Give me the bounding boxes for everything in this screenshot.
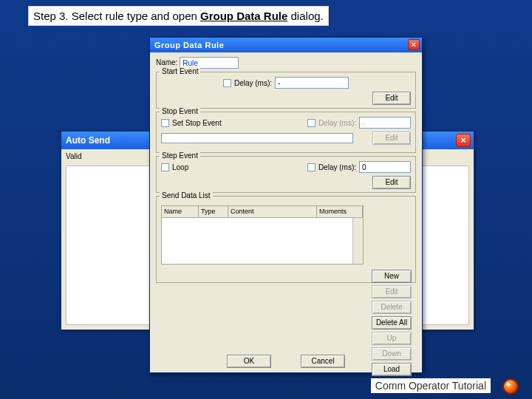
stop-edit-button: Edit (372, 132, 411, 145)
stop-delay-label: Delay (ms): (318, 119, 356, 127)
edit-button: Edit (372, 285, 412, 299)
start-edit-button[interactable]: Edit (372, 92, 411, 105)
step-delay-label: Delay (ms): (318, 163, 356, 171)
table-header: Name Type Content Moments (162, 206, 363, 218)
step-delay-checkbox[interactable] (307, 163, 316, 171)
step-event-title: Step Event (160, 151, 200, 160)
delete-all-button[interactable]: Delete All (372, 316, 412, 330)
stop-event-input[interactable] (161, 133, 353, 143)
up-button: Up (372, 332, 412, 345)
scrollbar[interactable] (352, 218, 363, 264)
step-event-group: Step Event Loop Delay (ms): 0 Edit (156, 156, 416, 193)
step-delay-input[interactable]: 0 (359, 161, 411, 173)
logo-icon (502, 378, 519, 395)
close-icon[interactable]: × (456, 134, 471, 147)
col-name[interactable]: Name (162, 206, 199, 217)
name-label: Name: (156, 58, 177, 66)
step-caption: Step 3. Select rule type and open Group … (28, 6, 329, 26)
footer: Comm Operator Tutorial (371, 378, 491, 393)
step-suffix: dialog. (287, 10, 323, 22)
start-delay-input[interactable]: - (275, 77, 349, 89)
col-type[interactable]: Type (199, 206, 228, 217)
set-stop-label: Set Stop Event (172, 119, 222, 127)
stop-delay-checkbox[interactable] (307, 119, 316, 127)
send-data-table[interactable]: Name Type Content Moments (161, 205, 364, 265)
loop-label: Loop (172, 163, 188, 171)
stop-delay-input: - (359, 117, 411, 129)
cancel-button[interactable]: Cancel (301, 355, 345, 368)
close-icon[interactable]: × (408, 39, 420, 50)
col-moments[interactable]: Moments (317, 206, 363, 217)
step-highlight: Group Data Rule (200, 10, 287, 22)
start-event-group: Start Event Delay (ms): - Edit (156, 72, 416, 109)
loop-checkbox[interactable] (161, 163, 169, 171)
step-edit-button[interactable]: Edit (372, 176, 411, 189)
auto-send-title: Auto Send (66, 135, 110, 146)
ok-button[interactable]: OK (227, 355, 271, 368)
auto-send-col-valid: Valid (66, 152, 82, 160)
dialog-titlebar[interactable]: Group Data Rule × (150, 38, 422, 52)
set-stop-checkbox[interactable] (161, 119, 169, 127)
step-text: Step 3. Select rule type and open (33, 10, 200, 22)
stop-event-title: Stop Event (160, 107, 200, 115)
dialog-bottom-buttons: OK Cancel (150, 355, 422, 368)
group-data-rule-dialog: Group Data Rule × Name: Rule Start Event… (149, 37, 423, 373)
stop-event-group: Stop Event Set Stop Event Delay (ms): - … (156, 112, 416, 153)
start-delay-label: Delay (ms): (234, 79, 272, 87)
send-data-side-buttons: New Edit Delete Delete All Up Down Load … (372, 270, 416, 394)
col-content[interactable]: Content (228, 206, 317, 217)
new-button[interactable]: New (372, 270, 412, 283)
dialog-title: Group Data Rule (154, 41, 224, 50)
delete-button: Delete (372, 301, 412, 314)
start-delay-checkbox[interactable] (223, 79, 231, 87)
start-event-title: Start Event (160, 67, 200, 75)
send-data-list-title: Send Data List (160, 191, 213, 200)
